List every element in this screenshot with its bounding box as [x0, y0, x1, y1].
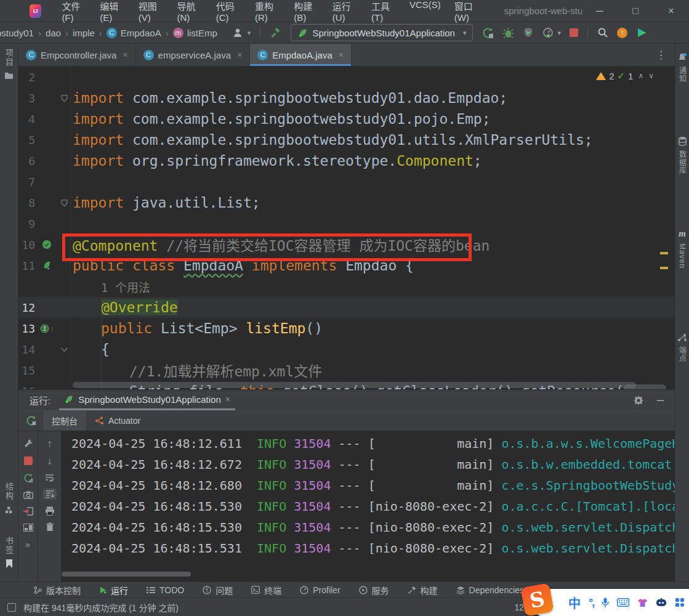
minimize-button[interactable]: ─ — [582, 6, 618, 17]
stop-icon[interactable] — [24, 456, 33, 465]
tab-console[interactable]: 控制台 — [43, 411, 86, 431]
leaf-gutter-icon[interactable] — [35, 261, 58, 270]
wrench-icon[interactable] — [23, 439, 33, 448]
run-config-selector[interactable]: SpringbootWebStudy01Application ▾ — [291, 24, 473, 41]
code-line[interactable]: 7 — [18, 171, 675, 192]
breadcrumb-item[interactable]: imple — [73, 28, 95, 38]
run-configuration-tab[interactable]: SpringbootWebStudy01Application × — [59, 390, 235, 410]
code-line[interactable]: 2 — [18, 67, 675, 87]
scrollbar-warning-mark[interactable] — [660, 267, 668, 269]
menu-item[interactable]: 视图(V) — [132, 0, 171, 25]
plugin-button[interactable] — [632, 25, 651, 41]
user-profile-button[interactable]: ▾ — [228, 25, 256, 41]
maximize-button[interactable]: □ — [618, 6, 653, 17]
gear-icon[interactable] — [634, 395, 643, 405]
close-tab-icon[interactable]: × — [123, 50, 127, 60]
console-horizontal-scrollbar[interactable] — [62, 572, 191, 577]
editor-tab[interactable]: CempserviceA.java× — [136, 44, 251, 66]
tool-window-button-run[interactable]: 运行 — [99, 584, 128, 596]
code-editor[interactable]: 23import com.example.springbootwebstudy0… — [18, 67, 675, 389]
breadcrumb-item[interactable]: mlistEmp — [173, 28, 217, 38]
profile-button[interactable]: ▾ — [538, 25, 565, 41]
editor-tab[interactable]: CEmpdaoA.java× — [250, 44, 352, 66]
tool-stripe-bell[interactable]: 通知 — [675, 52, 689, 83]
code-line[interactable]: 12@Override — [18, 297, 675, 318]
console-log[interactable]: 2024-04-25 16:48:12.611 INFO 31504 --- [… — [62, 431, 675, 559]
coverage-button[interactable] — [518, 25, 538, 41]
clear-all-trash-icon[interactable] — [46, 522, 54, 532]
thread-dump-camera-icon[interactable] — [23, 491, 33, 499]
tool-stripe-maven[interactable]: mMaven — [675, 229, 689, 269]
code-line[interactable]: 8import java.util.List; — [18, 192, 675, 213]
tool-window-button-terminal[interactable]: 终端 — [251, 584, 281, 596]
code-line[interactable]: 13I↑public List<Emp> listEmp() — [18, 318, 675, 339]
keyboard-icon[interactable] — [617, 598, 629, 607]
menu-item[interactable]: 重构(R) — [248, 0, 287, 25]
tool-window-button-branch[interactable]: 版本控制 — [34, 584, 81, 596]
close-button[interactable]: × — [653, 6, 689, 17]
editor-horizontal-scrollbar[interactable] — [73, 382, 636, 388]
code-line[interactable]: 14{ — [18, 339, 675, 360]
fold-marker[interactable] — [58, 199, 70, 207]
sogou-logo-icon[interactable]: S — [520, 583, 554, 616]
tool-stripe-project[interactable]: 项目 — [0, 49, 18, 79]
ime-language-mode[interactable]: 中 — [568, 594, 581, 612]
breadcrumb-item[interactable]: bstudy01 — [0, 28, 34, 38]
tool-stripe-database[interactable]: 数据库 — [675, 136, 689, 174]
bean-gutter-icon[interactable] — [35, 240, 58, 249]
debug-button[interactable] — [498, 25, 518, 41]
tool-window-button-profiler[interactable]: Profiler — [300, 585, 340, 595]
menu-item[interactable]: 代码(C) — [209, 0, 248, 25]
menu-item[interactable]: 文件(F) — [55, 0, 93, 25]
tool-window-button-deps[interactable]: Dependencies — [456, 585, 525, 595]
close-tab-icon[interactable]: × — [237, 50, 242, 60]
robot-assistant-icon[interactable] — [656, 598, 667, 607]
ime-punctuation-icon[interactable]: °, — [589, 596, 594, 609]
breadcrumb-item[interactable]: dao — [46, 28, 61, 38]
more-actions-icon[interactable]: » — [25, 540, 31, 549]
tool-window-button-build[interactable]: 构建 — [408, 584, 438, 596]
print-icon[interactable] — [45, 506, 55, 516]
tool-stripe-bookmarks[interactable]: 书签 — [0, 537, 18, 568]
tool-window-button-todo[interactable]: TODO — [147, 585, 184, 595]
exit-icon[interactable] — [23, 507, 33, 516]
skin-shirt-icon[interactable] — [637, 598, 648, 607]
code-line[interactable]: 1 个用法 — [18, 276, 675, 297]
status-panel-icon[interactable] — [7, 603, 16, 612]
rerun-button[interactable] — [478, 25, 498, 41]
build-project-button[interactable] — [265, 25, 286, 41]
soft-wrap-icon[interactable] — [45, 473, 55, 482]
stop-button[interactable] — [565, 25, 582, 41]
tool-stripe-structure[interactable]: 结构 — [0, 482, 18, 514]
tool-stripe-endpoints[interactable]: 端点 — [675, 333, 689, 362]
fold-marker[interactable] — [58, 94, 70, 102]
search-everywhere-button[interactable] — [593, 25, 613, 41]
tool-window-button-services[interactable]: 服务 — [359, 584, 389, 596]
microphone-icon[interactable] — [602, 598, 609, 608]
scrollbar-warning-mark[interactable] — [660, 252, 668, 254]
menu-item[interactable]: 运行(U) — [326, 0, 365, 25]
down-stack-trace-icon[interactable]: ↓ — [47, 456, 52, 466]
scroll-to-end-icon[interactable] — [43, 488, 57, 500]
menu-item[interactable]: 构建(B) — [287, 0, 326, 25]
code-line[interactable]: 3import com.example.springbootwebstudy01… — [18, 87, 675, 108]
menu-item[interactable]: 导航(N) — [170, 0, 209, 25]
menu-item[interactable]: 窗口(W) — [448, 0, 488, 25]
menu-item[interactable]: 编辑(E) — [93, 0, 132, 25]
prev-problem-icon[interactable]: ∧ — [638, 71, 643, 80]
code-line[interactable]: 15//1.加载并解析emp.xml文件 — [18, 360, 675, 381]
hide-panel-icon[interactable]: ─ — [657, 395, 664, 406]
code-line[interactable]: 6import org.springframework.stereotype.C… — [18, 150, 675, 171]
toolbox-grid-icon[interactable] — [675, 598, 685, 607]
fold-marker[interactable] — [58, 346, 70, 354]
restart-debug-icon[interactable] — [23, 473, 33, 483]
update-notification-button[interactable]: ↑ — [613, 25, 632, 41]
usages-inlay-hint[interactable]: 1 个用法 — [101, 281, 150, 294]
close-run-tab-icon[interactable]: × — [225, 394, 230, 404]
more-options-icon[interactable]: ⋮ — [656, 44, 666, 66]
up-stack-trace-icon[interactable]: ↑ — [47, 439, 52, 449]
code-line[interactable]: 4import com.example.springbootwebstudy01… — [18, 108, 675, 129]
override-gutter-icon[interactable]: I↑ — [35, 324, 58, 333]
editor-tab[interactable]: CEmpcontroller.java× — [18, 44, 136, 66]
code-line[interactable]: 9 — [18, 213, 675, 234]
